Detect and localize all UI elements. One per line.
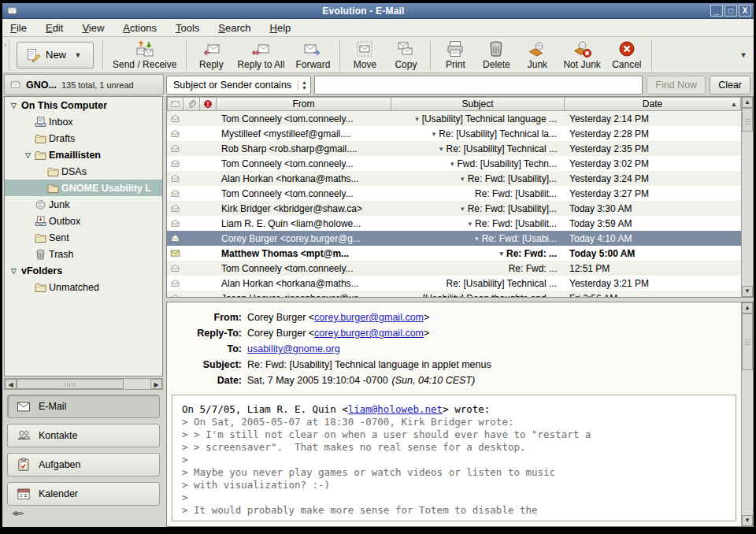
thread-expander-icon[interactable]: ▾ bbox=[439, 145, 443, 153]
thread-expander-icon[interactable]: ▾ bbox=[475, 235, 479, 243]
scrollbar-thumb[interactable] bbox=[17, 379, 124, 389]
tree-item-junk[interactable]: Junk bbox=[5, 196, 162, 213]
column-important[interactable] bbox=[200, 97, 217, 111]
online-status-plug-icon[interactable] bbox=[9, 510, 28, 523]
close-button[interactable]: X bbox=[739, 5, 751, 17]
menu-search[interactable]: Search bbox=[218, 22, 250, 34]
table-row[interactable]: Kirk Bridger <kbridger@shaw.ca>▾Re: Fwd:… bbox=[167, 201, 741, 216]
table-row-selected[interactable]: Corey Burger <corey.burger@g...▾Re: Fwd:… bbox=[167, 231, 741, 246]
print-button[interactable]: Print bbox=[435, 39, 476, 72]
column-attachment[interactable] bbox=[183, 97, 200, 111]
table-row[interactable]: Alan Horkan <horkana@maths...Re: [Usabil… bbox=[167, 276, 741, 291]
scrollbar-thumb[interactable] bbox=[742, 108, 753, 132]
copy-button[interactable]: Copy bbox=[385, 39, 426, 72]
menu-view[interactable]: View bbox=[82, 22, 104, 34]
search-input[interactable] bbox=[314, 76, 643, 95]
table-row[interactable]: Jason Hoover <jasonhoover@us...▾[Usabili… bbox=[167, 291, 741, 297]
tree-item-sent[interactable]: Sent bbox=[5, 229, 162, 246]
scroll-up-icon[interactable]: ▲ bbox=[742, 97, 753, 108]
thread-expander-icon[interactable]: ▾ bbox=[461, 205, 465, 213]
tree-item-inbox[interactable]: Inbox bbox=[5, 113, 162, 130]
quoted-line: > > screensaver". That makes no real sen… bbox=[182, 441, 726, 454]
tree-item-on-this-computer[interactable]: ▽On This Computer bbox=[5, 97, 162, 113]
table-row[interactable]: Tom Conneely <tom.conneely...▾Fwd: [Usab… bbox=[167, 156, 741, 171]
menu-edit[interactable]: Edit bbox=[46, 22, 63, 34]
thread-expander-icon[interactable]: ▾ bbox=[450, 160, 454, 168]
reply-to-label: Reply-To: bbox=[175, 325, 247, 341]
maximize-button[interactable]: □ bbox=[724, 5, 737, 17]
table-row[interactable]: Mystilleef <mystilleef@gmail....▾Re: [Us… bbox=[167, 126, 741, 141]
scroll-up-icon[interactable]: ▲ bbox=[742, 302, 753, 313]
table-row[interactable]: Alan Horkan <horkana@maths...▾Re: Fwd: [… bbox=[167, 171, 741, 186]
tree-item-unmatched[interactable]: Unmatched bbox=[5, 279, 162, 295]
tree-item-drafts[interactable]: Drafts bbox=[5, 130, 162, 146]
column-date[interactable]: Date▲ bbox=[565, 97, 741, 111]
scrollbar-thumb[interactable] bbox=[742, 313, 753, 370]
thread-expander-icon[interactable]: ▾ bbox=[415, 115, 419, 123]
toolbar-drag-handle[interactable]: › bbox=[2, 39, 9, 71]
message-list-scrollbar[interactable]: ▲ ▼ bbox=[741, 97, 753, 297]
switcher-contacts-button[interactable]: Kontakte bbox=[7, 424, 160, 447]
thread-expander-icon[interactable]: ▾ bbox=[416, 295, 420, 298]
menu-actions[interactable]: Actions bbox=[123, 22, 157, 34]
expander-icon[interactable]: ▽ bbox=[8, 267, 20, 275]
clear-button[interactable]: Clear bbox=[710, 76, 750, 95]
switcher-calendar-button[interactable]: Kalender bbox=[7, 482, 160, 506]
tree-item-outbox[interactable]: Outbox bbox=[5, 213, 162, 229]
expander-icon[interactable]: ▽ bbox=[8, 102, 20, 109]
email-link[interactable]: liam@holoweb.net bbox=[348, 403, 443, 415]
menu-file[interactable]: File bbox=[10, 22, 27, 34]
toolbar-overflow-button[interactable]: ▼ bbox=[736, 51, 750, 59]
table-row-unread[interactable]: Matthew Thomas <mpt@m...▾Re: Fwd: ...Tod… bbox=[167, 246, 741, 261]
switcher-tasks-button[interactable]: Aufgaben bbox=[7, 453, 160, 477]
tree-item-gnome-usability[interactable]: GNOME Usability L bbox=[5, 180, 162, 196]
important-icon bbox=[203, 99, 213, 109]
tree-item-emaillisten[interactable]: ▽Emaillisten bbox=[5, 146, 162, 163]
tree-item-dsas[interactable]: DSAs bbox=[5, 163, 162, 180]
thread-expander-icon[interactable]: ▾ bbox=[432, 130, 436, 138]
delete-button[interactable]: Delete bbox=[476, 39, 517, 72]
menu-tools[interactable]: Tools bbox=[176, 22, 199, 34]
scroll-left-icon[interactable]: ◀ bbox=[5, 379, 17, 389]
reply-button[interactable]: Reply bbox=[191, 39, 232, 72]
search-scope-select[interactable]: Subject or Sender contains ▲▼ bbox=[166, 76, 311, 95]
find-now-button[interactable]: Find Now bbox=[647, 76, 706, 95]
email-link[interactable]: corey.burger@gmail.com bbox=[314, 328, 424, 339]
table-row[interactable]: Tom Conneely <tom.conneely...▾[Usability… bbox=[167, 111, 741, 126]
junk-button[interactable]: Junk bbox=[517, 39, 558, 72]
email-link[interactable]: usability@gnome.org bbox=[247, 341, 340, 357]
titlebar[interactable]: Evolution - E-Mail _ □ X bbox=[2, 3, 754, 19]
column-subject[interactable]: Subject bbox=[391, 97, 565, 111]
reply-to-value: Corey Burger <corey.burger@gmail.com> bbox=[247, 325, 429, 341]
tree-item-trash[interactable]: Trash bbox=[5, 246, 162, 262]
scroll-down-icon[interactable]: ▼ bbox=[742, 515, 753, 526]
menu-help[interactable]: Help bbox=[270, 22, 291, 34]
preview-scrollbar[interactable]: ▲ ▼ bbox=[741, 302, 753, 526]
scroll-down-icon[interactable]: ▼ bbox=[742, 286, 753, 297]
tree-item-vfolders[interactable]: ▽vFolders bbox=[5, 262, 162, 279]
minimize-button[interactable]: _ bbox=[710, 5, 723, 17]
not-junk-button[interactable]: Not Junk bbox=[558, 39, 606, 72]
new-button[interactable]: New ▼ bbox=[17, 42, 94, 69]
move-button[interactable]: Move bbox=[344, 39, 385, 72]
table-row[interactable]: Rob Sharp <rob.sharp@gmail....▾Re: [Usab… bbox=[167, 141, 741, 156]
send-receive-button[interactable]: Send / Receive bbox=[107, 39, 182, 72]
table-row[interactable]: Tom Conneely <tom.conneely...Re: Fwd: [U… bbox=[167, 186, 741, 201]
column-from[interactable]: From bbox=[217, 97, 391, 111]
table-row[interactable]: Tom Conneely <tom.conneely...Re: Fwd: ..… bbox=[167, 261, 741, 276]
tree-horizontal-scrollbar[interactable]: ◀ ▶ bbox=[4, 378, 163, 390]
forward-button[interactable]: Forward bbox=[290, 39, 335, 72]
email-link[interactable]: corey.burger@gmail.com bbox=[314, 312, 424, 323]
column-status[interactable] bbox=[167, 97, 183, 111]
table-row[interactable]: Liam R. E. Quin <liam@holowe...▾Re: Fwd:… bbox=[167, 216, 741, 231]
switcher-email-button[interactable]: E-Mail bbox=[7, 395, 160, 418]
thread-expander-icon[interactable]: ▾ bbox=[499, 250, 503, 258]
cancel-button[interactable]: Cancel bbox=[606, 39, 647, 72]
scroll-right-icon[interactable]: ▶ bbox=[150, 379, 162, 389]
reply-to-all-button[interactable]: Reply to All bbox=[232, 39, 290, 72]
thread-expander-icon[interactable]: ▾ bbox=[461, 175, 465, 183]
current-folder-button[interactable]: GNO... 135 total, 1 unread bbox=[4, 74, 164, 95]
copy-icon bbox=[396, 39, 415, 58]
thread-expander-icon[interactable]: ▾ bbox=[468, 220, 472, 228]
expander-icon[interactable]: ▽ bbox=[22, 151, 34, 159]
